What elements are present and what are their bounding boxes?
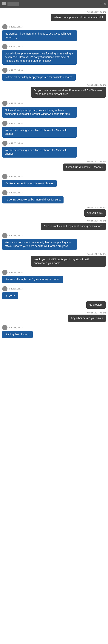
msg-row-15: Would you mind if I quote you in my stor…: [2, 256, 106, 267]
bubble-3: Our Windows phone engineers are focusing…: [2, 50, 77, 65]
bubble-11: It's gonna be powered by Android that's …: [2, 196, 64, 204]
bubble-4: But we will definitely keep you posted f…: [2, 74, 76, 81]
msg-row-17: I'm sorry.: [2, 292, 106, 300]
bubble-20: Nothing that I know of: [2, 331, 33, 338]
svg-rect-0: [2, 2, 6, 5]
msg-meta-20: at 12:28, Jul 14:: [2, 325, 106, 330]
messages-area: You at 12:19, Jul 14:When Lumia phones w…: [0, 8, 108, 644]
bubble-6: Not Windows phone per se, I was referrin…: [2, 107, 77, 118]
msg-row-9: it won't run Windows 10 Mobile?: [2, 164, 106, 171]
msg-row-14: Yes I am sure but as I mentioned, they'r…: [2, 239, 106, 250]
msg-row-12: Are you sure?: [2, 210, 106, 217]
msg-meta-13: You at 12:25, Jul 14:: [2, 220, 106, 222]
chat-container: − ✕ You at 12:19, Jul 14:When Lumia phon…: [0, 0, 108, 644]
msg-row-11: It's gonna be powered by Android that's …: [2, 196, 106, 204]
header-left: [2, 2, 19, 6]
msg-meta-10: at 12:23, Jul 14:: [2, 174, 106, 179]
msg-row-13: I'm a journalist and I represent leading…: [2, 222, 106, 230]
msg-meta-5: You at 12:21, Jul 14:: [2, 84, 106, 86]
msg-meta-15: You at 12:27, Jul 14:: [2, 253, 106, 255]
msg-row-18: No problem.: [2, 301, 106, 308]
chat-icon: [2, 2, 6, 6]
bubble-8: We will be creating a new line of phones…: [2, 146, 77, 158]
avatar-20: [2, 325, 8, 330]
msg-meta-16: at 12:27, Jul 14:: [2, 270, 106, 275]
chat-header: − ✕: [0, 0, 108, 8]
bubble-2: No worries. I'll be more than happy to a…: [2, 30, 77, 41]
msg-meta-11: at 12:24, Jul 14:: [2, 190, 106, 195]
avatar-7: [2, 121, 8, 126]
bubble-12: Are you sure?: [84, 210, 106, 217]
msg-meta-6: at 12:22, Jul 14:: [2, 101, 106, 106]
msg-meta-7: at 12:23, Jul 14:: [2, 121, 106, 126]
bubble-17: I'm sorry.: [2, 292, 18, 300]
avatar-17: [2, 286, 8, 291]
bubble-7: We will be creating a new line of phones…: [2, 127, 77, 138]
msg-row-6: Not Windows phone per se, I was referrin…: [2, 107, 106, 118]
header-agent-name: [8, 2, 19, 6]
avatar-11: [2, 190, 8, 195]
avatar-8: [2, 141, 8, 146]
avatar-3: [2, 44, 8, 49]
msg-row-7: We will be creating a new line of phones…: [2, 127, 106, 138]
msg-row-4: But we will definitely keep you posted f…: [2, 74, 106, 81]
bubble-10: It's like a new edition for Microsoft ph…: [2, 180, 57, 187]
msg-meta-17: at 12:27, Jul 14:: [2, 286, 106, 291]
msg-meta-2: at 12:19, Jul 14:: [2, 24, 106, 29]
msg-meta-9: You at 12:23, Jul 14:: [2, 160, 106, 163]
header-controls: − ✕: [100, 2, 106, 6]
bubble-14: Yes I am sure but as I mentioned, they'r…: [2, 239, 77, 250]
bubble-18: No problem.: [86, 301, 106, 308]
msg-meta-14: at 12:26, Jul 14:: [2, 233, 106, 238]
avatar-2: [2, 24, 8, 29]
avatar-6: [2, 101, 8, 106]
msg-row-2: No worries. I'll be more than happy to a…: [2, 30, 106, 41]
avatar-10: [2, 174, 8, 179]
close-button[interactable]: ✕: [104, 2, 106, 6]
msg-row-8: We will be creating a new line of phones…: [2, 146, 106, 158]
bubble-1: When Lumia phones will be back in stock?: [51, 14, 106, 21]
bubble-9: it won't run Windows 10 Mobile?: [63, 164, 106, 171]
avatar-16: [2, 270, 8, 275]
msg-meta-12: You at 12:25, Jul 14:: [2, 206, 106, 209]
msg-row-20: Nothing that I know of: [2, 331, 106, 338]
msg-row-16: Yes sure although I can't give you my fu…: [2, 276, 106, 283]
bubble-13: I'm a journalist and I represent leading…: [41, 222, 106, 230]
bubble-19: Any other details you have?: [68, 314, 106, 322]
bubble-5: Do you mean a new Windows Phone model? B…: [31, 87, 106, 98]
msg-row-1: When Lumia phones will be back in stock?: [2, 14, 106, 21]
msg-meta-8: at 12:23, Jul 14:: [2, 141, 106, 146]
bubble-16: Yes sure although I can't give you my fu…: [2, 276, 63, 283]
msg-row-5: Do you mean a new Windows Phone model? B…: [2, 87, 106, 98]
msg-meta-1: You at 12:19, Jul 14:: [2, 11, 106, 13]
avatar-14: [2, 233, 8, 238]
msg-row-3: Our Windows phone engineers are focusing…: [2, 50, 106, 65]
msg-row-19: Any other details you have?: [2, 314, 106, 322]
msg-meta-19: You at 12:27, Jul 14:: [2, 312, 106, 314]
msg-row-10: It's like a new edition for Microsoft ph…: [2, 180, 106, 187]
svg-marker-1: [3, 5, 4, 6]
bubble-15: Would you mind if I quote you in my stor…: [31, 256, 106, 267]
msg-meta-3: at 12:20, Jul 14:: [2, 44, 106, 49]
minimize-button[interactable]: −: [100, 2, 102, 6]
msg-meta-4: at 12:20, Jul 14:: [2, 68, 106, 73]
avatar-4: [2, 68, 8, 73]
